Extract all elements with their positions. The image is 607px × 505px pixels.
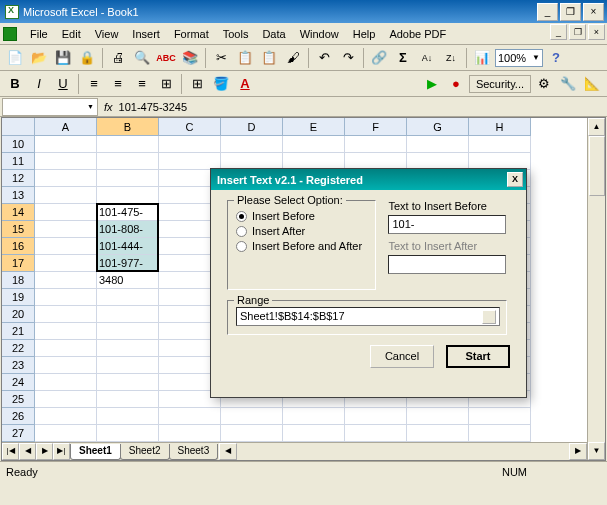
cut-button[interactable]: ✂ xyxy=(210,47,232,69)
design-mode-button[interactable]: 📐 xyxy=(581,73,603,95)
redo-button[interactable]: ↷ xyxy=(337,47,359,69)
row-header-24[interactable]: 24 xyxy=(2,374,35,391)
save-button[interactable]: 💾 xyxy=(52,47,74,69)
radio-insert-both[interactable]: Insert Before and After xyxy=(236,240,367,252)
cell-A13[interactable] xyxy=(35,187,97,204)
cell-G27[interactable] xyxy=(407,425,469,442)
zoom-combo[interactable]: 100%▼ xyxy=(495,49,543,67)
col-header-G[interactable]: G xyxy=(407,118,469,136)
cell-D26[interactable] xyxy=(221,408,283,425)
cell-B21[interactable] xyxy=(97,323,159,340)
menu-edit[interactable]: Edit xyxy=(55,25,88,43)
row-header-17[interactable]: 17 xyxy=(2,255,35,272)
cell-B11[interactable] xyxy=(97,153,159,170)
cell-A12[interactable] xyxy=(35,170,97,187)
cell-B25[interactable] xyxy=(97,391,159,408)
help-button[interactable]: ? xyxy=(545,47,567,69)
close-button[interactable]: × xyxy=(583,3,604,21)
radio-insert-after[interactable]: Insert After xyxy=(236,225,367,237)
row-header-26[interactable]: 26 xyxy=(2,408,35,425)
cell-B19[interactable] xyxy=(97,289,159,306)
cell-A25[interactable] xyxy=(35,391,97,408)
tab-last-button[interactable]: ▶| xyxy=(53,443,70,460)
menu-view[interactable]: View xyxy=(88,25,126,43)
tab-sheet2[interactable]: Sheet2 xyxy=(120,444,170,460)
menu-window[interactable]: Window xyxy=(293,25,346,43)
cell-E27[interactable] xyxy=(283,425,345,442)
security-button[interactable]: Security... xyxy=(469,75,531,93)
tab-sheet1[interactable]: Sheet1 xyxy=(70,444,121,460)
row-header-22[interactable]: 22 xyxy=(2,340,35,357)
cell-A11[interactable] xyxy=(35,153,97,170)
print-button[interactable]: 🖨 xyxy=(107,47,129,69)
cell-B23[interactable] xyxy=(97,357,159,374)
cell-F10[interactable] xyxy=(345,136,407,153)
sort-asc-button[interactable]: A↓ xyxy=(416,47,438,69)
scroll-left-button[interactable]: ◀ xyxy=(219,443,237,460)
row-header-16[interactable]: 16 xyxy=(2,238,35,255)
italic-button[interactable]: I xyxy=(28,73,50,95)
cell-B14[interactable]: 101-475-3245 xyxy=(97,204,159,221)
align-left-button[interactable]: ≡ xyxy=(83,73,105,95)
cell-E10[interactable] xyxy=(283,136,345,153)
cell-E26[interactable] xyxy=(283,408,345,425)
underline-button[interactable]: U xyxy=(52,73,74,95)
doc-restore-button[interactable]: ❐ xyxy=(569,24,586,40)
cell-B10[interactable] xyxy=(97,136,159,153)
formula-input[interactable]: 101-475-3245 xyxy=(119,101,607,113)
cell-C26[interactable] xyxy=(159,408,221,425)
menu-file[interactable]: File xyxy=(23,25,55,43)
row-header-13[interactable]: 13 xyxy=(2,187,35,204)
cell-H27[interactable] xyxy=(469,425,531,442)
cell-A24[interactable] xyxy=(35,374,97,391)
cell-B15[interactable]: 101-808-5736 xyxy=(97,221,159,238)
before-input[interactable]: 101- xyxy=(388,215,506,234)
cell-G26[interactable] xyxy=(407,408,469,425)
row-header-10[interactable]: 10 xyxy=(2,136,35,153)
minimize-button[interactable]: _ xyxy=(537,3,558,21)
vertical-scrollbar[interactable]: ▲ ▼ xyxy=(587,118,605,460)
borders-button[interactable]: ⊞ xyxy=(186,73,208,95)
cell-A21[interactable] xyxy=(35,323,97,340)
row-header-25[interactable]: 25 xyxy=(2,391,35,408)
cell-B16[interactable]: 101-444-9755 xyxy=(97,238,159,255)
chart-button[interactable]: 📊 xyxy=(471,47,493,69)
hyperlink-button[interactable]: 🔗 xyxy=(368,47,390,69)
cell-H26[interactable] xyxy=(469,408,531,425)
hscroll-track[interactable] xyxy=(237,443,569,460)
align-center-button[interactable]: ≡ xyxy=(107,73,129,95)
align-right-button[interactable]: ≡ xyxy=(131,73,153,95)
scrollbar-thumb[interactable] xyxy=(589,136,605,196)
range-input[interactable]: Sheet1!$B$14:$B$17 xyxy=(236,307,500,326)
menu-tools[interactable]: Tools xyxy=(216,25,256,43)
row-header-19[interactable]: 19 xyxy=(2,289,35,306)
restore-button[interactable]: ❐ xyxy=(560,3,581,21)
doc-close-button[interactable]: × xyxy=(588,24,605,40)
vba-button[interactable]: ⚙ xyxy=(533,73,555,95)
scroll-right-button[interactable]: ▶ xyxy=(569,443,587,460)
merge-center-button[interactable]: ⊞ xyxy=(155,73,177,95)
col-header-D[interactable]: D xyxy=(221,118,283,136)
radio-insert-before[interactable]: Insert Before xyxy=(236,210,367,222)
new-button[interactable]: 📄 xyxy=(4,47,26,69)
cell-D10[interactable] xyxy=(221,136,283,153)
play-macro-button[interactable]: ▶ xyxy=(421,73,443,95)
row-header-14[interactable]: 14 xyxy=(2,204,35,221)
cell-C10[interactable] xyxy=(159,136,221,153)
cell-G10[interactable] xyxy=(407,136,469,153)
sort-desc-button[interactable]: Z↓ xyxy=(440,47,462,69)
cell-A14[interactable] xyxy=(35,204,97,221)
open-button[interactable]: 📂 xyxy=(28,47,50,69)
cell-B12[interactable] xyxy=(97,170,159,187)
cell-A26[interactable] xyxy=(35,408,97,425)
col-header-B[interactable]: B xyxy=(97,118,159,136)
menu-help[interactable]: Help xyxy=(346,25,383,43)
menu-adobepdf[interactable]: Adobe PDF xyxy=(382,25,453,43)
col-header-A[interactable]: A xyxy=(35,118,97,136)
cell-A15[interactable] xyxy=(35,221,97,238)
copy-button[interactable]: 📋 xyxy=(234,47,256,69)
cell-A17[interactable] xyxy=(35,255,97,272)
cell-F26[interactable] xyxy=(345,408,407,425)
cell-B24[interactable] xyxy=(97,374,159,391)
row-header-21[interactable]: 21 xyxy=(2,323,35,340)
